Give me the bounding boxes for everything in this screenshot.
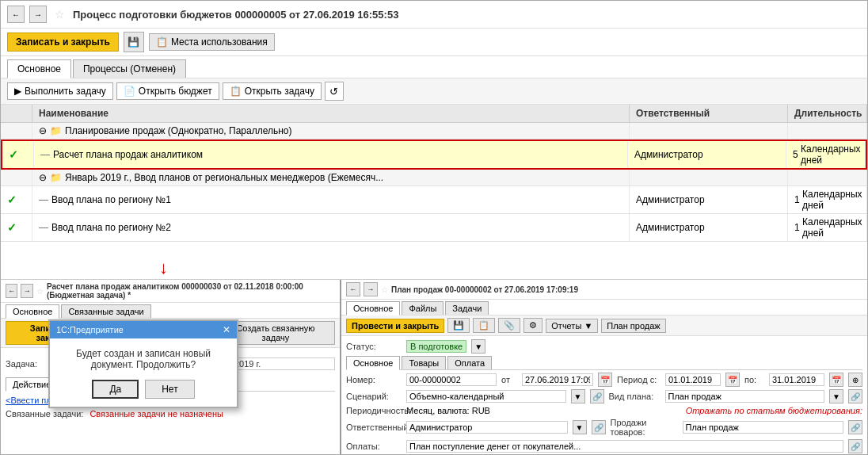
dash-icon: — (39, 194, 48, 205)
row-name: — Ввод плана по региону №2 (32, 214, 630, 241)
right-plan-button[interactable]: План продаж (601, 319, 665, 333)
table-row[interactable]: ✓ — Ввод плана по региону №1 Администрат… (1, 186, 867, 214)
row-name: — Ввод плана по региону №1 (32, 186, 630, 213)
period-to-calendar[interactable]: 📅 (829, 373, 843, 387)
dialog-title-bar: 1С:Предприятие ✕ (50, 321, 237, 338)
right-post-close-button[interactable]: Провести и закрыть (346, 319, 444, 333)
linked-tasks-label: Связанные задачи: (6, 409, 83, 419)
execute-task-button[interactable]: ▶ Выполнить задачу (7, 82, 113, 100)
responsible-label: Ответственный: (346, 422, 402, 432)
period-extra[interactable]: ⊕ (848, 373, 862, 387)
row-check: ✓ (2, 141, 34, 168)
left-tab-main[interactable]: Основное (6, 304, 59, 319)
table-header: Наименование Ответственный Длительность (1, 105, 867, 123)
table-row[interactable]: ⊖ 📁 Планирование продаж (Однократно, Пар… (1, 123, 867, 140)
dialog-no-button[interactable]: Нет (145, 380, 194, 399)
right-icon1[interactable]: 💾 (447, 318, 470, 333)
left-panel-title-bar: ← → ☆ Расчет плана продаж аналитиком 000… (1, 280, 340, 303)
nav-back-button[interactable]: ← (7, 6, 25, 23)
dialog-message: Будет создан и записан новый документ. П… (50, 338, 237, 380)
period-to-input[interactable] (769, 373, 824, 386)
left-panel-back[interactable]: ← (6, 284, 17, 298)
reflect-label: Отражать по статьям бюджетирования: (686, 406, 862, 415)
view-link[interactable]: 🔗 (848, 389, 862, 403)
scenario-link[interactable]: 🔗 (590, 389, 604, 403)
refresh-button[interactable]: ↺ (325, 82, 344, 101)
main-toolbar: Записать и закрыть 💾 📋 Места использован… (1, 29, 867, 56)
dialog-close-button[interactable]: ✕ (223, 324, 230, 335)
table-row[interactable]: ✓ — Расчет плана продаж аналитиком Админ… (1, 140, 867, 170)
bookmark-icon[interactable]: ☆ (55, 8, 65, 21)
budget-icon: 📄 (124, 86, 135, 97)
left-panel-forward[interactable]: → (21, 284, 32, 298)
period-from-calendar[interactable]: 📅 (725, 373, 740, 387)
row-check (1, 170, 32, 185)
left-panel-title: Расчет плана продаж аналитиком 000000030… (47, 282, 335, 300)
places-button[interactable]: 📋 Места использования (149, 33, 275, 51)
right-reports-button[interactable]: Отчеты ▼ (546, 319, 598, 333)
right-panel-toolbar: Провести и закрыть 💾 📋 📎 ⚙ Отчеты ▼ План… (341, 315, 867, 336)
row-duration (788, 123, 867, 139)
row-responsible: Администратор (628, 141, 786, 168)
left-panel-star[interactable]: ☆ (36, 287, 44, 296)
scenario-select[interactable]: ▼ (571, 389, 585, 403)
right-subtab-goods[interactable]: Товары (402, 356, 446, 369)
from-input[interactable] (522, 373, 593, 386)
status-label: Статус: (346, 342, 402, 351)
save-close-button[interactable]: Записать и закрыть (7, 32, 119, 52)
number-input[interactable] (406, 373, 497, 386)
dash-icon: — (40, 149, 50, 160)
tasks-table: Наименование Ответственный Длительность … (1, 105, 867, 280)
responsible-input[interactable] (406, 421, 568, 434)
right-panel-title: План продаж 00-00000002 от 27.06.2019 17… (391, 285, 578, 294)
row-duration: 1 Календарных дней (788, 214, 867, 241)
expand-icon: ⊖ (39, 172, 47, 183)
open-task-button[interactable]: 📋 Открыть задачу (223, 82, 322, 100)
dialog-box: 1С:Предприятие ✕ Будет создан и записан … (48, 319, 238, 408)
scenario-label: Сценарий: (346, 392, 402, 401)
tab-processes[interactable]: Процессы (Отменен) (73, 59, 186, 78)
scenario-input[interactable] (406, 390, 566, 403)
expand-icon: ⊖ (39, 125, 47, 136)
right-icon4[interactable]: ⚙ (523, 318, 542, 333)
row-check: ✓ (1, 186, 32, 213)
right-subtab-main[interactable]: Основное (346, 356, 400, 370)
right-tab-main[interactable]: Основное (346, 301, 400, 315)
payments-input[interactable] (406, 440, 843, 453)
table-row[interactable]: ✓ — Ввод плана по региону №2 Администрат… (1, 214, 867, 242)
nav-forward-button[interactable]: → (29, 6, 47, 23)
from-label: от (501, 375, 517, 384)
right-tab-files[interactable]: Файлы (402, 301, 444, 315)
payments-link[interactable]: 🔗 (848, 439, 862, 453)
responsible-select[interactable]: ▼ (573, 420, 587, 434)
right-icon3[interactable]: 📎 (498, 318, 520, 333)
table-row[interactable]: ⊖ 📁 Январь 2019 г., Ввод планов от регио… (1, 170, 867, 186)
tab-main[interactable]: Основное (7, 59, 71, 78)
right-icon2[interactable]: 📋 (473, 318, 495, 333)
col-check (1, 105, 32, 122)
right-panel-back[interactable]: ← (346, 282, 360, 296)
right-panel-forward[interactable]: → (364, 282, 378, 296)
right-panel-star[interactable]: ☆ (381, 285, 388, 294)
period-value: 2019 г. (230, 358, 335, 370)
sales-link[interactable]: 🔗 (848, 420, 862, 434)
status-dropdown[interactable]: ▼ (471, 339, 485, 354)
period-from-input[interactable] (665, 373, 721, 386)
number-label: Номер: (346, 375, 402, 384)
responsible-link[interactable]: 🔗 (592, 420, 606, 434)
linked-tasks-value: Связанные задачи не назначены (89, 409, 223, 419)
dialog-title: 1С:Предприятие (56, 325, 124, 335)
view-input[interactable] (665, 390, 825, 403)
open-budget-button[interactable]: 📄 Открыть бюджет (116, 82, 219, 100)
col-duration: Длительность (788, 105, 867, 122)
main-window: ← → ☆ Процесс подготовки бюджетов 000000… (0, 0, 868, 455)
view-select[interactable]: ▼ (829, 389, 843, 403)
right-tab-tasks[interactable]: Задачи (445, 301, 489, 315)
right-subtab-payment[interactable]: Оплата (447, 356, 492, 369)
left-tab-linked[interactable]: Связанные задачи (61, 304, 150, 318)
from-calendar[interactable]: 📅 (598, 373, 612, 387)
places-label: Места использования (171, 36, 268, 48)
sales-stat-input[interactable] (683, 421, 844, 434)
save-button[interactable]: 💾 (124, 32, 144, 52)
dialog-yes-button[interactable]: Да (92, 380, 139, 399)
